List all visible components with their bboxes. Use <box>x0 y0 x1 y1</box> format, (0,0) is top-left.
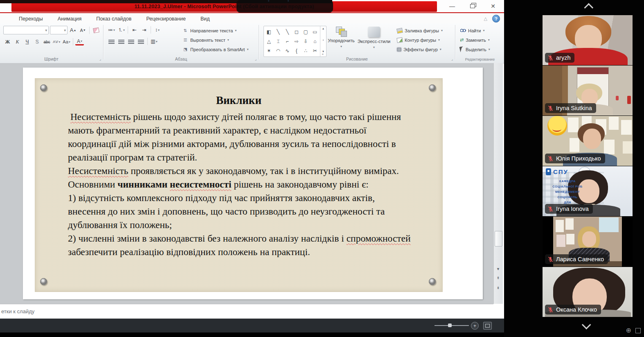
drawing-dialog-launcher[interactable]: ⌟ <box>451 57 453 61</box>
ribbon-tab-3[interactable]: Рецензирование <box>146 16 186 22</box>
quick-styles-button[interactable]: Экспресс-стили ▾ <box>356 24 392 60</box>
align-right-button[interactable] <box>127 37 135 45</box>
font-size-select[interactable]: ▾ <box>50 26 68 34</box>
participant-video-1[interactable]: aryzh <box>543 15 633 65</box>
select-button[interactable]: Выделить▾ <box>458 45 504 54</box>
shape-0[interactable]: ◧ <box>264 27 274 36</box>
ribbon-tab-0[interactable]: Переходы <box>19 16 43 22</box>
slide-canvas[interactable]: Виклики Несистемність рішень щодо захист… <box>23 68 483 299</box>
numbering-button[interactable]: ⒈▾ <box>117 26 126 34</box>
increase-indent-button[interactable]: ⇥ <box>140 26 149 34</box>
decrease-indent-button[interactable]: ⇤ <box>130 26 139 34</box>
shape-1[interactable]: ╲ <box>274 27 283 36</box>
bullets-button[interactable]: ≔▾ <box>107 26 116 34</box>
shape-8[interactable]: ⌐ <box>283 36 292 46</box>
character-spacing-button[interactable]: АV▾ <box>52 38 61 46</box>
align-left-button[interactable] <box>107 37 116 45</box>
shape-15[interactable]: { <box>292 46 302 56</box>
scroll-down-button[interactable]: ▼ <box>494 265 502 272</box>
ribbon-tab-2[interactable]: Показ слайдов <box>96 16 131 22</box>
participant-name: Юлія Приходько <box>556 155 601 162</box>
zoom-slider-knob[interactable] <box>448 323 452 327</box>
participant-video-3[interactable]: Юлія Приходько <box>543 116 633 166</box>
gallery-scroll-up-button[interactable] <box>576 2 599 11</box>
next-slide-button[interactable]: ⇟ <box>494 284 502 291</box>
font-name-select[interactable]: ▾ <box>3 26 49 34</box>
text-direction-button[interactable]: ⇅Направление текста▾ <box>181 26 250 35</box>
previous-slide-button[interactable]: ⇞ <box>494 274 502 281</box>
shape-13[interactable]: ◠ <box>274 46 283 56</box>
zoom-in-button[interactable]: + <box>471 322 479 330</box>
zoom-slider[interactable] <box>435 325 469 326</box>
shape-effects-button[interactable]: Эффекты фигур▾ <box>395 45 444 54</box>
gallery-scroll-down-button[interactable] <box>576 321 599 331</box>
ribbon-tab-1[interactable]: Анимация <box>58 16 82 22</box>
shape-3[interactable]: ◻ <box>292 27 302 36</box>
minimize-button[interactable]: — <box>447 2 457 10</box>
participant-video-2[interactable]: Iryna Siutkina <box>543 66 633 115</box>
fit-slide-icon <box>485 324 490 328</box>
vertical-scrollbar[interactable]: ▼ ⇞ ⇟ <box>493 63 503 304</box>
clear-formatting-button[interactable] <box>92 26 100 34</box>
shape-16[interactable]: ∴ <box>301 46 311 56</box>
minimize-ribbon-icon[interactable]: △ <box>484 16 487 21</box>
editing-group-label: Редактирование <box>456 57 504 61</box>
zoom-in-view-icon[interactable]: ⊕ <box>626 327 631 334</box>
participant-video-5[interactable]: Лариса Савченко <box>543 217 633 267</box>
shapes-scroll-up-icon[interactable]: ▲ <box>322 27 325 30</box>
shape-9[interactable]: ⇨ <box>292 36 302 46</box>
columns-button[interactable]: ▥▾ <box>150 37 158 45</box>
fit-slide-to-window-button[interactable] <box>483 322 492 330</box>
shape-2[interactable]: ╲ <box>283 27 292 36</box>
font-color-button[interactable]: А▾ <box>75 38 84 45</box>
paragraph-group-label: Абзац <box>104 57 258 61</box>
arrange-button[interactable]: Упорядочить ▾ <box>327 24 356 60</box>
shape-10[interactable]: ⇩ <box>301 36 311 46</box>
fit-view-icon[interactable] <box>635 328 641 333</box>
font-dialog-launcher[interactable]: ⌟ <box>99 57 101 61</box>
underline-button[interactable]: Ч <box>23 38 32 46</box>
shape-outline-button[interactable]: Контур фигуры▾ <box>395 36 444 44</box>
line-spacing-button[interactable]: ↕▾ <box>153 26 162 34</box>
ribbon-tab-bar: ПереходыАнимацияПоказ слайдовРецензирова… <box>0 12 504 25</box>
shape-5[interactable]: ▭ <box>311 27 320 36</box>
justify-button[interactable] <box>137 37 145 45</box>
grow-font-button[interactable]: А▲ <box>69 26 77 34</box>
shrink-font-button[interactable]: А▼ <box>79 26 87 34</box>
shapes-more-icon[interactable]: ▼≡ <box>322 50 325 56</box>
shapes-gallery[interactable]: ◧╲╲◻▢▭△⌶⌐⇨⇩⌂✶◠∿{∴✂ ▲ ▪ ▼≡ <box>263 26 327 57</box>
convert-to-smartart-button[interactable]: ⬔Преобразовать в SmartArt▾ <box>181 45 250 54</box>
shape-17[interactable]: ✂ <box>311 46 320 56</box>
shape-fill-button[interactable]: Заливка фигуры▾ <box>395 26 444 35</box>
shapes-scroll-thumb[interactable]: ▪ <box>323 38 324 41</box>
bold-button[interactable]: Ж <box>3 38 12 46</box>
spellcheck-flagged-text: Несистемність <box>68 165 128 176</box>
replace-button[interactable]: ⇄Заменить▾ <box>458 36 504 44</box>
close-button[interactable]: ✕ <box>488 2 498 10</box>
shape-7[interactable]: ⌶ <box>274 36 283 46</box>
participant-video-6[interactable]: Оксана Клочко <box>543 267 633 317</box>
clear-formatting-icon <box>93 27 99 33</box>
scrollbar-thumb[interactable] <box>495 231 502 247</box>
change-case-button[interactable]: Аа▾ <box>62 38 71 46</box>
shape-6[interactable]: △ <box>264 36 274 46</box>
align-center-button[interactable] <box>117 37 126 45</box>
shape-4[interactable]: ▢ <box>301 27 311 36</box>
shadow-button[interactable]: S <box>33 38 41 46</box>
shape-11[interactable]: ⌂ <box>311 36 320 46</box>
restore-button[interactable] <box>467 2 478 10</box>
shape-14[interactable]: ∿ <box>283 46 292 56</box>
ribbon-tab-4[interactable]: Вид <box>200 16 210 22</box>
shape-12[interactable]: ✶ <box>264 46 274 56</box>
help-icon[interactable]: ? <box>492 15 500 23</box>
align-text-button[interactable]: ☰Выровнять текст▾ <box>181 36 250 44</box>
italic-button[interactable]: К <box>13 38 22 46</box>
screen: { "powerpoint": { "window_title": "11.11… <box>0 0 644 337</box>
strikethrough-button[interactable]: abc <box>43 38 51 46</box>
participant-name: Оксана Клочко <box>556 306 597 313</box>
notes-pane[interactable]: етки к слайду <box>0 304 493 319</box>
shapes-gallery-scrollbar[interactable]: ▲ ▪ ▼≡ <box>320 26 326 57</box>
paragraph-dialog-launcher[interactable]: ⌟ <box>255 57 257 61</box>
find-button[interactable]: Найти▾ <box>458 26 504 35</box>
participant-video-4[interactable]: СПУ КАФЕДРАСОЦІАЛЬНОЇ РОБМЕНЕДЖМЕНТСОЦІО… <box>543 166 633 216</box>
